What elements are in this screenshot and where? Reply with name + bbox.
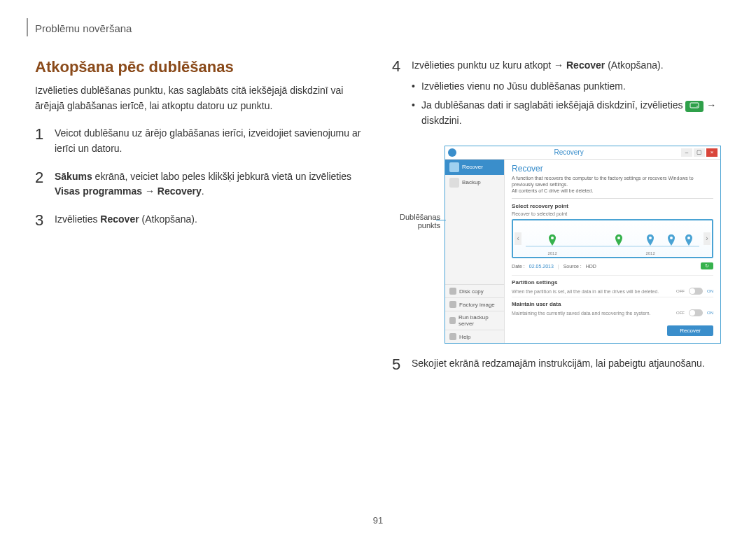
- right-column: 4 Izvēlieties punktu uz kuru atkopt → Re…: [392, 58, 721, 386]
- left-column: Atkopšana pēc dublēšanas Izvēlieties dub…: [35, 58, 364, 386]
- server-icon: [449, 317, 456, 324]
- svg-point-4: [649, 237, 652, 239]
- minimize-button[interactable]: –: [681, 148, 692, 157]
- bold-recover: Recover: [100, 213, 139, 225]
- recovery-point-pin[interactable]: [685, 234, 693, 247]
- recovery-point-pin[interactable]: [548, 234, 556, 247]
- panel-heading: Recover: [512, 164, 713, 174]
- step-4: 4 Izvēlieties punktu uz kuru atkopt → Re…: [392, 58, 721, 133]
- help-icon: [449, 333, 456, 340]
- timeline-next-button[interactable]: ›: [704, 232, 710, 245]
- timeline-year: 2012: [547, 251, 556, 255]
- svg-point-5: [670, 237, 673, 239]
- recovery-point-pin[interactable]: [615, 234, 623, 247]
- maintain-data-row: Maintain user data Maintaining the curre…: [512, 297, 713, 318]
- window-title: Recovery: [554, 148, 583, 156]
- bullet-list: Izvēlieties vienu no Jūsu dublēšanas pun…: [412, 79, 721, 129]
- step-number: 5: [392, 356, 405, 373]
- recovery-timeline[interactable]: ‹ › 2012 2012: [512, 219, 713, 258]
- select-point-label: Select recovery point: [512, 203, 713, 209]
- bold-recovery: Recovery: [158, 185, 202, 197]
- sidebar-item-recover[interactable]: Recover: [445, 160, 504, 175]
- step-number: 4: [392, 58, 405, 133]
- sidebar: Recover Backup Disk copy Factory image R…: [445, 160, 505, 343]
- bold-recover: Recover: [566, 59, 605, 71]
- sidebar-item-disk-copy[interactable]: Disk copy: [445, 284, 504, 297]
- info-source: HDD: [586, 264, 596, 269]
- refresh-button[interactable]: ↻: [701, 262, 713, 269]
- timeline-year: 2012: [645, 251, 654, 255]
- disk-copy-icon: [449, 288, 456, 295]
- step-body: Sekojiet ekrānā redzamajām instrukcijām,…: [412, 356, 721, 373]
- recovery-info-row: Date : 02.05.2013 | Source : HDD ↻: [512, 262, 713, 269]
- step-5: 5 Sekojiet ekrānā redzamajām instrukcijā…: [392, 356, 721, 373]
- sidebar-item-backup[interactable]: Backup: [445, 175, 504, 190]
- screenshot: Dublēšanas punkts Recovery – ▢ ×: [392, 146, 721, 344]
- step-number: 2: [35, 169, 48, 199]
- recover-button[interactable]: Recover: [667, 325, 713, 336]
- step-body: Veicot dublēšanu uz ārējo glabāšanas ier…: [55, 126, 364, 156]
- recover-icon: [449, 162, 459, 172]
- step-1: 1 Veicot dublēšanu uz ārējo glabāšanas i…: [35, 126, 364, 156]
- svg-point-1: [697, 106, 699, 107]
- window-titlebar: Recovery – ▢ ×: [445, 146, 720, 160]
- bullet-item: Izvēlieties vienu no Jūsu dublēšanas pun…: [412, 79, 721, 94]
- maximize-button[interactable]: ▢: [694, 148, 705, 157]
- section-title: Atkopšana pēc dublēšanas: [35, 58, 364, 76]
- bold-visas-programmas: Visas programmas: [55, 185, 142, 197]
- close-button[interactable]: ×: [706, 148, 718, 157]
- recovery-point-pin[interactable]: [646, 234, 654, 247]
- partition-settings-row: Partition settings When the partition is…: [512, 275, 713, 297]
- drive-icon: [685, 101, 704, 112]
- page-number: 91: [373, 515, 383, 526]
- partition-toggle[interactable]: OFFON: [676, 288, 713, 295]
- step-body: Izvēlieties punktu uz kuru atkopt → Reco…: [412, 58, 721, 133]
- bullet-item: Ja dublēšanas dati ir saglabāti iekšējaj…: [412, 98, 721, 128]
- recovery-point-pin[interactable]: [667, 234, 676, 247]
- svg-point-6: [687, 237, 690, 239]
- recovery-window: Recovery – ▢ × Recover: [444, 146, 721, 344]
- sidebar-item-help[interactable]: Help: [445, 330, 504, 343]
- callout-line: [436, 220, 446, 220]
- step-2: 2 Sākums ekrānā, veiciet labo peles klik…: [35, 169, 364, 199]
- bold-sakums: Sākums: [55, 171, 92, 182]
- svg-rect-0: [690, 103, 699, 108]
- step-body: Izvēlieties Recover (Atkopšana).: [55, 212, 364, 229]
- step-number: 1: [35, 126, 48, 156]
- main-panel: Recover A function that recovers the com…: [505, 160, 720, 343]
- step-body: Sākums ekrānā, veiciet labo peles klikšķ…: [55, 169, 364, 199]
- window-icon: [448, 148, 456, 157]
- svg-point-2: [551, 237, 554, 239]
- sidebar-item-run-backup-server[interactable]: Run backup server: [445, 311, 504, 330]
- backup-icon: [449, 178, 459, 188]
- intro-text: Izvēlieties dublēšanas punktu, kas sagla…: [35, 83, 364, 113]
- info-date: 02.05.2013: [529, 264, 554, 269]
- timeline-prev-button[interactable]: ‹: [514, 232, 522, 245]
- svg-point-3: [617, 237, 620, 239]
- callout-label: Dublēšanas punkts: [392, 146, 440, 230]
- breadcrumb: Problēmu novēršana: [35, 22, 721, 38]
- step-3: 3 Izvēlieties Recover (Atkopšana).: [35, 212, 364, 229]
- sidebar-item-factory-image[interactable]: Factory image: [445, 297, 504, 311]
- factory-image-icon: [449, 301, 456, 308]
- select-point-sub: Recover to selected point: [512, 211, 713, 216]
- step-number: 3: [35, 212, 48, 229]
- maintain-toggle[interactable]: OFFON: [676, 309, 713, 316]
- panel-description: A function that recovers the computer to…: [512, 175, 713, 199]
